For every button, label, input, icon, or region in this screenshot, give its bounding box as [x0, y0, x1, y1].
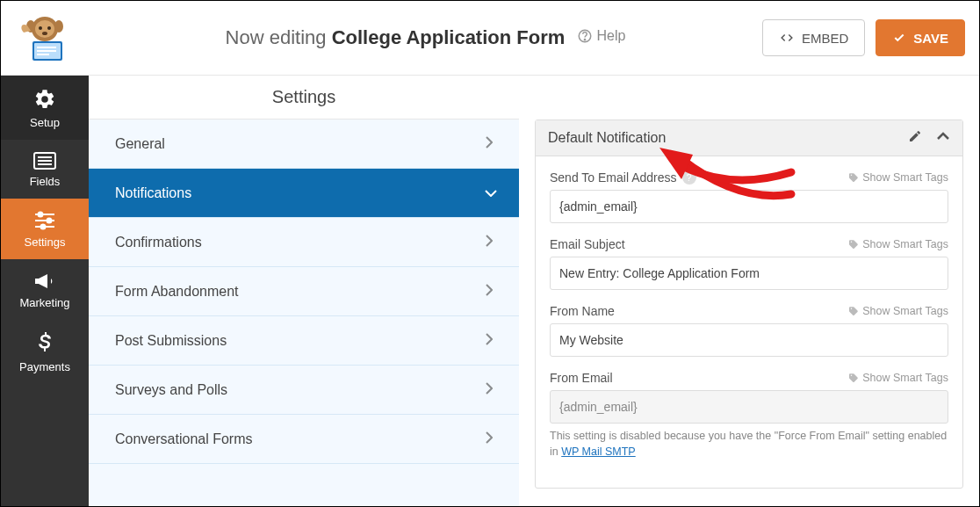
sidebar-item-fields[interactable]: Fields [1, 140, 89, 199]
embed-button[interactable]: EMBED [762, 19, 865, 56]
field-send-to: Send To Email Address ? Show Smart Tags [550, 170, 948, 223]
check-icon [892, 32, 906, 44]
sidebar-label: Marketing [1, 296, 89, 309]
help-tooltip-icon[interactable]: ? [682, 170, 696, 185]
tag-icon [848, 239, 859, 250]
content-panel: Default Notification Send To Email Addre… [519, 76, 979, 507]
chevron-right-icon [486, 235, 493, 250]
smart-tags-label: Show Smart Tags [862, 238, 948, 250]
settings-item-label: Confirmations [115, 235, 202, 250]
settings-item-form-abandonment[interactable]: Form Abandonment [89, 267, 519, 316]
svg-rect-10 [37, 50, 56, 52]
field-from-email: From Email Show Smart Tags This setting … [550, 371, 948, 460]
logo-area [1, 15, 89, 61]
field-email-subject: Email Subject Show Smart Tags [550, 237, 948, 290]
settings-subpanel: Settings General Notifications Confirmat… [89, 76, 519, 507]
send-to-input[interactable] [550, 190, 948, 223]
card-header: Default Notification [536, 120, 962, 156]
code-icon [779, 32, 795, 44]
settings-item-general[interactable]: General [89, 120, 519, 169]
editing-title: Now editing College Application Form Hel… [89, 26, 762, 49]
settings-item-confirmations[interactable]: Confirmations [89, 218, 519, 267]
field-label: Email Subject [550, 237, 625, 251]
settings-item-label: Notifications [115, 185, 191, 201]
field-label: From Name [550, 304, 615, 318]
from-name-input[interactable] [550, 323, 948, 357]
edit-icon[interactable] [908, 129, 922, 147]
vertical-sidebar: Setup Fields Settings Marketing Payments [1, 76, 89, 507]
notification-card: Default Notification Send To Email Addre… [535, 120, 963, 489]
card-title: Default Notification [548, 130, 666, 146]
settings-header: Settings [89, 76, 519, 120]
editing-prefix: Now editing [226, 26, 332, 48]
sidebar-item-payments[interactable]: Payments [1, 320, 89, 384]
sidebar-label: Setup [1, 116, 89, 129]
settings-item-label: Form Abandonment [115, 284, 239, 300]
show-smart-tags-button[interactable]: Show Smart Tags [848, 171, 948, 184]
settings-item-label: Post Submissions [115, 333, 227, 349]
settings-item-post-submissions[interactable]: Post Submissions [89, 316, 519, 366]
tag-icon [848, 306, 859, 316]
svg-rect-9 [37, 47, 56, 48]
svg-point-6 [42, 32, 47, 35]
sidebar-label: Fields [1, 175, 89, 188]
wpforms-logo-icon [18, 15, 71, 61]
dollar-icon [36, 332, 54, 355]
top-actions: EMBED SAVE [762, 19, 965, 56]
chevron-right-icon [486, 382, 493, 398]
settings-list: General Notifications Confirmations Form… [89, 120, 519, 507]
top-bar: Now editing College Application Form Hel… [1, 1, 979, 76]
svg-point-23 [41, 225, 46, 229]
show-smart-tags-button[interactable]: Show Smart Tags [848, 305, 948, 317]
svg-rect-11 [37, 54, 49, 55]
save-button[interactable]: SAVE [876, 19, 965, 56]
body-area: Setup Fields Settings Marketing Payments… [1, 76, 979, 507]
help-label: Help [596, 28, 625, 44]
settings-item-label: Conversational Forms [115, 431, 253, 447]
svg-point-4 [39, 26, 42, 30]
sidebar-item-setup[interactable]: Setup [1, 76, 89, 140]
svg-point-13 [585, 40, 586, 40]
chevron-down-icon [481, 190, 497, 197]
chevron-right-icon [486, 136, 493, 152]
sidebar-item-marketing[interactable]: Marketing [1, 259, 89, 320]
tag-icon [848, 172, 859, 183]
settings-title: Settings [272, 87, 335, 107]
settings-item-label: Surveys and Polls [115, 382, 227, 398]
collapse-icon[interactable] [936, 129, 950, 147]
svg-point-21 [47, 219, 52, 223]
sliders-icon [33, 211, 56, 230]
card-body: Send To Email Address ? Show Smart Tags … [536, 156, 962, 488]
field-from-name: From Name Show Smart Tags [550, 304, 948, 357]
gear-icon [33, 88, 56, 111]
svg-point-19 [39, 213, 43, 217]
from-email-note: This setting is disabled because you hav… [550, 429, 948, 460]
bullhorn-icon [33, 272, 56, 291]
settings-item-label: General [115, 136, 165, 152]
smart-tags-label: Show Smart Tags [862, 171, 948, 184]
smart-tags-label: Show Smart Tags [862, 372, 948, 384]
embed-label: EMBED [802, 31, 848, 46]
field-label: Send To Email Address [550, 170, 677, 185]
smart-tags-label: Show Smart Tags [862, 305, 948, 317]
wp-mail-smtp-link[interactable]: WP Mail SMTP [561, 445, 636, 458]
tag-icon [848, 373, 859, 383]
field-label: From Email [550, 371, 613, 385]
help-circle-icon [577, 28, 593, 44]
sidebar-label: Settings [1, 235, 89, 249]
help-link[interactable]: Help [577, 28, 625, 44]
chevron-right-icon [486, 284, 493, 300]
chevron-right-icon [486, 333, 493, 349]
sidebar-item-settings[interactable]: Settings [1, 199, 89, 259]
save-label: SAVE [913, 31, 948, 46]
show-smart-tags-button[interactable]: Show Smart Tags [848, 238, 948, 250]
settings-item-conversational-forms[interactable]: Conversational Forms [89, 415, 519, 464]
settings-item-surveys-polls[interactable]: Surveys and Polls [89, 366, 519, 415]
show-smart-tags-button[interactable]: Show Smart Tags [848, 372, 948, 384]
form-name: College Application Form [332, 26, 566, 48]
sidebar-label: Payments [1, 360, 89, 373]
chevron-right-icon [486, 431, 493, 447]
email-subject-input[interactable] [550, 257, 948, 290]
settings-item-notifications[interactable]: Notifications [89, 169, 519, 218]
from-email-input [550, 390, 948, 424]
